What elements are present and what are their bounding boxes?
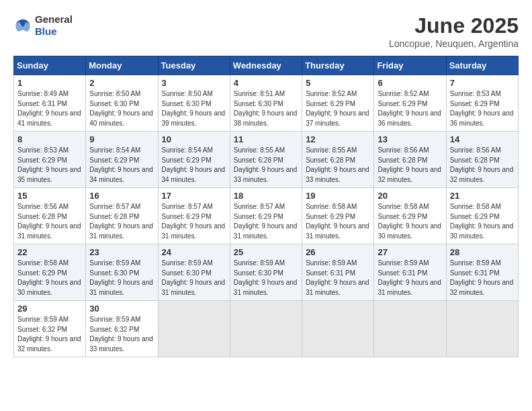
calendar-row-1: 8Sunrise: 8:53 AMSunset: 6:29 PMDaylight… <box>14 132 519 188</box>
weekday-header-sunday: Sunday <box>14 56 86 75</box>
day-info: Sunrise: 8:59 AMSunset: 6:30 PMDaylight:… <box>89 259 154 298</box>
day-number: 5 <box>306 78 370 88</box>
weekday-header-tuesday: Tuesday <box>158 56 230 75</box>
table-row <box>158 301 230 357</box>
table-row: 25Sunrise: 8:59 AMSunset: 6:30 PMDayligh… <box>230 244 302 301</box>
calendar-table: SundayMondayTuesdayWednesdayThursdayFrid… <box>13 56 519 357</box>
calendar-row-0: 1Sunrise: 8:49 AMSunset: 6:31 PMDaylight… <box>14 75 519 132</box>
weekday-header-saturday: Saturday <box>446 56 518 75</box>
day-info: Sunrise: 8:56 AMSunset: 6:28 PMDaylight:… <box>378 146 442 185</box>
day-info: Sunrise: 8:59 AMSunset: 6:31 PMDaylight:… <box>450 259 515 298</box>
table-row: 9Sunrise: 8:54 AMSunset: 6:29 PMDaylight… <box>86 132 158 188</box>
table-row: 6Sunrise: 8:52 AMSunset: 6:29 PMDaylight… <box>374 75 446 132</box>
day-info: Sunrise: 8:51 AMSunset: 6:30 PMDaylight:… <box>234 89 298 128</box>
day-info: Sunrise: 8:58 AMSunset: 6:29 PMDaylight:… <box>450 202 515 241</box>
table-row: 4Sunrise: 8:51 AMSunset: 6:30 PMDaylight… <box>230 75 302 132</box>
day-info: Sunrise: 8:57 AMSunset: 6:29 PMDaylight:… <box>162 202 226 241</box>
table-row: 8Sunrise: 8:53 AMSunset: 6:29 PMDaylight… <box>14 132 86 188</box>
logo: General Blue <box>13 13 73 38</box>
table-row: 30Sunrise: 8:59 AMSunset: 6:32 PMDayligh… <box>86 301 158 357</box>
day-number: 26 <box>306 247 370 257</box>
table-row: 1Sunrise: 8:49 AMSunset: 6:31 PMDaylight… <box>14 75 86 132</box>
table-row <box>446 301 518 357</box>
table-row: 26Sunrise: 8:59 AMSunset: 6:31 PMDayligh… <box>302 244 374 301</box>
day-number: 25 <box>234 247 298 257</box>
weekday-header-thursday: Thursday <box>302 56 374 75</box>
calendar-row-3: 22Sunrise: 8:58 AMSunset: 6:29 PMDayligh… <box>14 244 519 301</box>
table-row <box>374 301 446 357</box>
day-number: 8 <box>17 134 82 144</box>
logo-icon <box>13 16 32 35</box>
day-info: Sunrise: 8:56 AMSunset: 6:28 PMDaylight:… <box>450 146 515 185</box>
day-info: Sunrise: 8:52 AMSunset: 6:29 PMDaylight:… <box>306 89 370 128</box>
day-info: Sunrise: 8:52 AMSunset: 6:29 PMDaylight:… <box>378 89 442 128</box>
table-row: 16Sunrise: 8:57 AMSunset: 6:28 PMDayligh… <box>86 188 158 244</box>
table-row: 10Sunrise: 8:54 AMSunset: 6:29 PMDayligh… <box>158 132 230 188</box>
day-number: 10 <box>162 134 226 144</box>
day-number: 13 <box>378 134 442 144</box>
calendar-row-4: 29Sunrise: 8:59 AMSunset: 6:32 PMDayligh… <box>14 301 519 357</box>
table-row: 17Sunrise: 8:57 AMSunset: 6:29 PMDayligh… <box>158 188 230 244</box>
day-number: 28 <box>450 247 515 257</box>
day-number: 4 <box>234 78 298 88</box>
table-row: 20Sunrise: 8:58 AMSunset: 6:29 PMDayligh… <box>374 188 446 244</box>
table-row: 28Sunrise: 8:59 AMSunset: 6:31 PMDayligh… <box>446 244 518 301</box>
table-row: 24Sunrise: 8:59 AMSunset: 6:30 PMDayligh… <box>158 244 230 301</box>
table-row: 5Sunrise: 8:52 AMSunset: 6:29 PMDaylight… <box>302 75 374 132</box>
day-number: 6 <box>378 78 442 88</box>
day-number: 30 <box>89 304 154 314</box>
table-row: 15Sunrise: 8:56 AMSunset: 6:28 PMDayligh… <box>14 188 86 244</box>
day-info: Sunrise: 8:59 AMSunset: 6:32 PMDaylight:… <box>89 315 154 354</box>
day-info: Sunrise: 8:59 AMSunset: 6:31 PMDaylight:… <box>378 259 442 298</box>
day-number: 7 <box>450 78 515 88</box>
day-info: Sunrise: 8:58 AMSunset: 6:29 PMDaylight:… <box>378 202 442 241</box>
day-number: 19 <box>306 191 370 201</box>
day-number: 27 <box>378 247 442 257</box>
table-row: 29Sunrise: 8:59 AMSunset: 6:32 PMDayligh… <box>14 301 86 357</box>
table-row: 19Sunrise: 8:58 AMSunset: 6:29 PMDayligh… <box>302 188 374 244</box>
table-row: 22Sunrise: 8:58 AMSunset: 6:29 PMDayligh… <box>14 244 86 301</box>
day-info: Sunrise: 8:55 AMSunset: 6:28 PMDaylight:… <box>234 146 298 185</box>
logo-text: General Blue <box>35 13 73 38</box>
day-number: 17 <box>162 191 226 201</box>
day-info: Sunrise: 8:55 AMSunset: 6:28 PMDaylight:… <box>306 146 370 185</box>
day-info: Sunrise: 8:57 AMSunset: 6:29 PMDaylight:… <box>234 202 298 241</box>
month-title: June 2025 <box>389 13 519 38</box>
day-number: 21 <box>450 191 515 201</box>
day-info: Sunrise: 8:59 AMSunset: 6:31 PMDaylight:… <box>306 259 370 298</box>
day-number: 11 <box>234 134 298 144</box>
day-info: Sunrise: 8:59 AMSunset: 6:32 PMDaylight:… <box>17 315 82 354</box>
table-row <box>302 301 374 357</box>
day-info: Sunrise: 8:57 AMSunset: 6:28 PMDaylight:… <box>89 202 154 241</box>
weekday-header-friday: Friday <box>374 56 446 75</box>
day-number: 12 <box>306 134 370 144</box>
day-number: 29 <box>17 304 82 314</box>
day-info: Sunrise: 8:54 AMSunset: 6:29 PMDaylight:… <box>162 146 226 185</box>
day-number: 1 <box>17 78 82 88</box>
day-number: 3 <box>162 78 226 88</box>
table-row <box>230 301 302 357</box>
table-row: 23Sunrise: 8:59 AMSunset: 6:30 PMDayligh… <box>86 244 158 301</box>
day-number: 2 <box>89 78 154 88</box>
weekday-header-monday: Monday <box>86 56 158 75</box>
day-number: 15 <box>17 191 82 201</box>
day-number: 9 <box>89 134 154 144</box>
day-number: 23 <box>89 247 154 257</box>
day-info: Sunrise: 8:56 AMSunset: 6:28 PMDaylight:… <box>17 202 82 241</box>
day-number: 18 <box>234 191 298 201</box>
day-number: 24 <box>162 247 226 257</box>
table-row: 12Sunrise: 8:55 AMSunset: 6:28 PMDayligh… <box>302 132 374 188</box>
day-info: Sunrise: 8:50 AMSunset: 6:30 PMDaylight:… <box>162 89 226 128</box>
day-info: Sunrise: 8:54 AMSunset: 6:29 PMDaylight:… <box>89 146 154 185</box>
table-row: 13Sunrise: 8:56 AMSunset: 6:28 PMDayligh… <box>374 132 446 188</box>
day-info: Sunrise: 8:53 AMSunset: 6:29 PMDaylight:… <box>450 89 515 128</box>
day-info: Sunrise: 8:58 AMSunset: 6:29 PMDaylight:… <box>306 202 370 241</box>
table-row: 2Sunrise: 8:50 AMSunset: 6:30 PMDaylight… <box>86 75 158 132</box>
location: Loncopue, Neuquen, Argentina <box>389 38 519 49</box>
page-header: General Blue June 2025 Loncopue, Neuquen… <box>13 13 519 49</box>
day-info: Sunrise: 8:59 AMSunset: 6:30 PMDaylight:… <box>234 259 298 298</box>
table-row: 7Sunrise: 8:53 AMSunset: 6:29 PMDaylight… <box>446 75 518 132</box>
day-info: Sunrise: 8:59 AMSunset: 6:30 PMDaylight:… <box>162 259 226 298</box>
day-info: Sunrise: 8:53 AMSunset: 6:29 PMDaylight:… <box>17 146 82 185</box>
calendar-row-2: 15Sunrise: 8:56 AMSunset: 6:28 PMDayligh… <box>14 188 519 244</box>
